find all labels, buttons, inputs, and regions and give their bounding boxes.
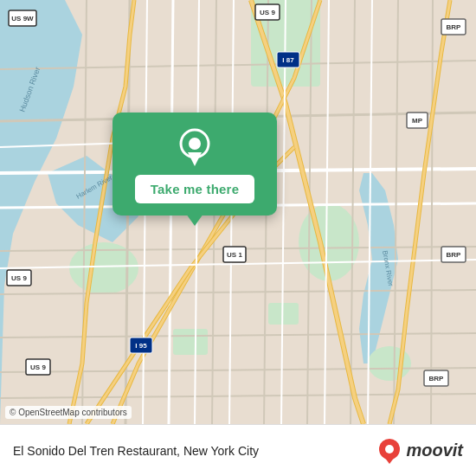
svg-text:US 1: US 1 xyxy=(227,251,242,259)
svg-text:BRP: BRP xyxy=(447,23,462,31)
svg-text:US 9: US 9 xyxy=(260,9,275,16)
svg-text:I 95: I 95 xyxy=(135,342,147,350)
svg-rect-9 xyxy=(173,329,208,355)
map-container: Hudson River Harlem River Bronx River US… xyxy=(0,0,476,424)
svg-text:US 9: US 9 xyxy=(30,363,46,371)
svg-text:US 9W: US 9W xyxy=(11,15,34,23)
svg-marker-61 xyxy=(188,152,202,166)
svg-marker-64 xyxy=(384,457,395,464)
popup-card: Take me there xyxy=(113,113,277,215)
svg-point-63 xyxy=(385,445,394,453)
svg-text:MP: MP xyxy=(412,117,423,125)
svg-point-8 xyxy=(368,346,411,381)
svg-text:I 87: I 87 xyxy=(282,56,294,64)
svg-text:BRP: BRP xyxy=(447,251,462,259)
svg-rect-10 xyxy=(268,303,299,325)
svg-point-60 xyxy=(189,138,201,150)
take-me-there-button[interactable]: Take me there xyxy=(135,175,254,203)
moovit-logo-text: moovit xyxy=(406,441,463,460)
osm-attribution: © OpenStreetMap contributors xyxy=(5,406,132,419)
bottom-bar: El Sonido Del Tren Restaurant, New York … xyxy=(0,424,476,476)
svg-text:US 9: US 9 xyxy=(11,274,27,282)
svg-text:BRP: BRP xyxy=(429,375,445,383)
moovit-logo: moovit xyxy=(376,438,463,464)
location-label: El Sonido Del Tren Restaurant, New York … xyxy=(13,444,259,458)
location-pin-icon xyxy=(176,128,214,166)
moovit-pin-icon xyxy=(376,438,402,464)
